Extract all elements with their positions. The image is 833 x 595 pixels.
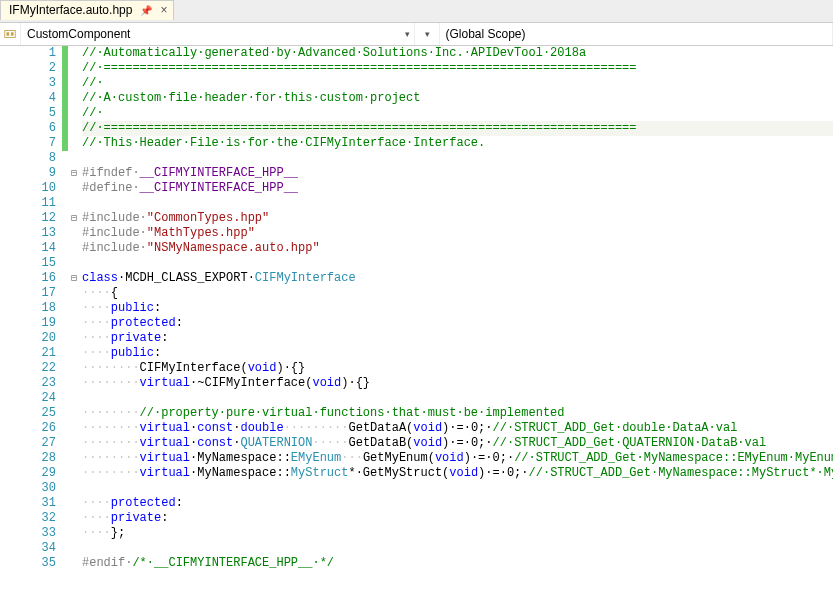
scope-dropdown-2[interactable]: (Global Scope) [440,23,834,45]
pin-icon[interactable]: 📌 [140,5,152,16]
line-number: 19 [0,316,56,331]
fold-toggle [68,361,80,376]
fold-toggle [68,46,80,61]
fold-toggle [68,526,80,541]
fold-toggle [68,421,80,436]
code-line[interactable]: #include·"NSMyNamespace.auto.hpp" [82,241,833,256]
code-line[interactable]: ····protected: [82,496,833,511]
code-line[interactable]: #include·"CommonTypes.hpp" [82,211,833,226]
fold-toggle [68,331,80,346]
line-number: 32 [0,511,56,526]
line-number: 31 [0,496,56,511]
fold-toggle [68,61,80,76]
code-line[interactable]: //·=====================================… [82,121,833,136]
svg-rect-1 [7,32,10,36]
scope-dropdown-1[interactable]: CustomComponent ▾ [21,23,415,45]
fold-toggle [68,226,80,241]
fold-toggle [68,556,80,571]
line-number: 18 [0,301,56,316]
code-line[interactable]: #endif·/*·__CIFMYINTERFACE_HPP__·*/ [82,556,833,571]
nav-split-icon[interactable]: ▾ [415,23,440,45]
line-number: 12 [0,211,56,226]
line-number: 8 [0,151,56,166]
line-number: 20 [0,331,56,346]
line-number: 5 [0,106,56,121]
tab-bar: IFMyInterface.auto.hpp 📌 × [0,0,833,22]
code-editor[interactable]: 1234567891011121314151617181920212223242… [0,46,833,595]
fold-toggle [68,466,80,481]
fold-toggle [68,541,80,556]
line-number: 33 [0,526,56,541]
nav-type-icon[interactable] [0,23,21,45]
line-number: 11 [0,196,56,211]
code-line[interactable] [82,541,833,556]
file-tab[interactable]: IFMyInterface.auto.hpp 📌 × [0,0,174,20]
line-number: 4 [0,91,56,106]
line-number: 6 [0,121,56,136]
code-line[interactable]: ····public: [82,346,833,361]
fold-column: ⊟⊟⊟ [68,46,80,595]
code-line[interactable] [82,151,833,166]
line-number: 27 [0,436,56,451]
line-number-gutter: 1234567891011121314151617181920212223242… [0,46,62,595]
fold-toggle [68,286,80,301]
code-line[interactable]: ········//·property·pure·virtual·functio… [82,406,833,421]
line-number: 34 [0,541,56,556]
code-line[interactable] [82,391,833,406]
code-line[interactable]: //·This·Header·File·is·for·the·CIFMyInte… [82,136,833,151]
fold-toggle[interactable]: ⊟ [68,211,80,226]
code-line[interactable] [82,196,833,211]
code-line[interactable]: //·Automatically·generated·by·Advanced·S… [82,46,833,61]
fold-toggle [68,181,80,196]
code-line[interactable]: ····public: [82,301,833,316]
line-number: 22 [0,361,56,376]
chevron-down-icon: ▾ [425,29,430,39]
fold-toggle [68,121,80,136]
fold-toggle [68,496,80,511]
close-icon[interactable]: × [160,4,167,16]
fold-toggle [68,241,80,256]
code-line[interactable]: ········virtual·const·double·········Get… [82,421,833,436]
fold-toggle[interactable]: ⊟ [68,166,80,181]
line-number: 2 [0,61,56,76]
line-number: 29 [0,466,56,481]
code-line[interactable]: ····{ [82,286,833,301]
code-line[interactable] [82,256,833,271]
fold-toggle [68,151,80,166]
code-line[interactable]: #include·"MathTypes.hpp" [82,226,833,241]
fold-toggle [68,106,80,121]
line-number: 7 [0,136,56,151]
code-line[interactable]: #ifndef·__CIFMYINTERFACE_HPP__ [82,166,833,181]
line-number: 35 [0,556,56,571]
code-line[interactable]: #define·__CIFMYINTERFACE_HPP__ [82,181,833,196]
line-number: 1 [0,46,56,61]
code-line[interactable]: ········virtual·MyNamespace::EMyEnum···G… [82,451,833,466]
fold-toggle[interactable]: ⊟ [68,271,80,286]
code-line[interactable]: ····}; [82,526,833,541]
code-line[interactable] [82,481,833,496]
code-line[interactable]: //·A·custom·file·header·for·this·custom·… [82,91,833,106]
code-line[interactable]: ········CIFMyInterface(void)·{} [82,361,833,376]
line-number: 17 [0,286,56,301]
code-line[interactable]: //· [82,76,833,91]
line-number: 3 [0,76,56,91]
code-line[interactable]: ····protected: [82,316,833,331]
line-number: 13 [0,226,56,241]
code-area[interactable]: //·Automatically·generated·by·Advanced·S… [80,46,833,595]
code-line[interactable]: ····private: [82,511,833,526]
fold-toggle [68,511,80,526]
line-number: 9 [0,166,56,181]
tab-filename: IFMyInterface.auto.hpp [9,3,132,17]
fold-toggle [68,481,80,496]
fold-toggle [68,76,80,91]
code-line[interactable]: ········virtual·MyNamespace::MyStruct*·G… [82,466,833,481]
fold-toggle [68,316,80,331]
code-line[interactable]: ········virtual·const·QUATERNION·····Get… [82,436,833,451]
code-line[interactable]: class·MCDH_CLASS_EXPORT·CIFMyInterface [82,271,833,286]
code-line[interactable]: ····private: [82,331,833,346]
code-line[interactable]: ········virtual·~CIFMyInterface(void)·{} [82,376,833,391]
fold-toggle [68,436,80,451]
code-line[interactable]: //· [82,106,833,121]
code-line[interactable]: //·=====================================… [82,61,833,76]
fold-toggle [68,451,80,466]
